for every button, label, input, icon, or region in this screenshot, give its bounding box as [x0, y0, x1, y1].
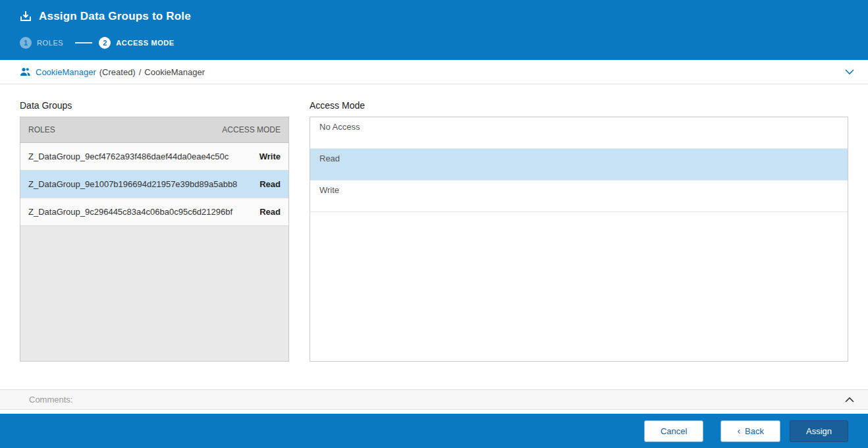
data-groups-section: Data Groups ROLES ACCESS MODE Z_DataGrou…: [20, 100, 289, 389]
data-group-name: Z_DataGroup_9ecf4762a93f486daef44da0eae4…: [28, 152, 229, 161]
chevron-down-icon[interactable]: [844, 69, 855, 75]
access-mode-option-label: No Access: [319, 122, 360, 132]
step-access-mode-number: 2: [99, 37, 111, 49]
step-access-mode-label: ACCESS MODE: [116, 39, 175, 47]
access-mode-list: No Access Read Write: [310, 117, 848, 362]
step-roles-label: ROLES: [37, 39, 63, 47]
assign-role-icon: [20, 11, 32, 22]
table-header: ROLES ACCESS MODE: [20, 117, 288, 143]
breadcrumb: CookieManager (Created) / CookieManager: [0, 60, 868, 84]
access-mode-section: Access Mode No Access Read Write: [310, 100, 848, 389]
step-access-mode: 2 ACCESS MODE: [99, 37, 175, 49]
step-roles[interactable]: 1 ROLES: [20, 37, 63, 49]
back-button[interactable]: ‹ Back: [720, 420, 780, 442]
back-arrow-icon: ‹: [737, 426, 740, 435]
data-groups-title: Data Groups: [20, 100, 289, 111]
chevron-up-icon[interactable]: [844, 397, 855, 403]
assign-button[interactable]: Assign: [790, 420, 848, 442]
back-button-label: Back: [745, 426, 764, 436]
data-group-access: Read: [259, 207, 281, 217]
assign-data-groups-dialog: Assign Data Groups to Role 1 ROLES 2 ACC…: [0, 0, 868, 448]
cancel-button[interactable]: Cancel: [644, 420, 703, 442]
column-header-access-mode: ACCESS MODE: [222, 125, 281, 134]
access-mode-option-read[interactable]: Read: [310, 149, 848, 181]
data-group-access: Write: [259, 152, 281, 161]
breadcrumb-role-link[interactable]: CookieManager: [36, 67, 96, 77]
access-mode-title: Access Mode: [310, 100, 848, 111]
step-connector-line: [75, 42, 92, 43]
step-roles-number: 1: [20, 37, 32, 49]
data-group-access: Read: [259, 179, 281, 189]
column-header-roles: ROLES: [28, 125, 55, 134]
breadcrumb-separator: /: [139, 67, 142, 77]
access-mode-option-label: Write: [319, 185, 339, 195]
page-title: Assign Data Groups to Role: [39, 10, 191, 23]
access-mode-option-no-access[interactable]: No Access: [310, 117, 848, 149]
breadcrumb-current: CookieManager: [144, 67, 205, 77]
header: Assign Data Groups to Role 1 ROLES 2 ACC…: [0, 0, 868, 60]
access-mode-option-write[interactable]: Write: [310, 181, 848, 212]
data-groups-table: ROLES ACCESS MODE Z_DataGroup_9ecf4762a9…: [20, 117, 289, 362]
breadcrumb-status: (Created): [99, 67, 136, 77]
main-content: Data Groups ROLES ACCESS MODE Z_DataGrou…: [0, 84, 868, 389]
access-mode-option-label: Read: [319, 154, 340, 163]
data-group-name: Z_DataGroup_9e1007b196694d21957e39bd89a5…: [28, 179, 237, 189]
table-row[interactable]: Z_DataGroup_9e1007b196694d21957e39bd89a5…: [20, 171, 288, 198]
comments-label: Comments:: [29, 395, 72, 405]
users-icon: [20, 67, 30, 76]
table-row[interactable]: Z_DataGroup_9c296445c83a4c06ba0c95c6d212…: [20, 198, 288, 226]
footer: Cancel ‹ Back Assign: [0, 414, 868, 448]
comments-bar[interactable]: Comments:: [0, 389, 868, 410]
step-indicator: 1 ROLES 2 ACCESS MODE: [20, 30, 848, 55]
data-group-name: Z_DataGroup_9c296445c83a4c06ba0c95c6d212…: [28, 207, 232, 217]
table-row[interactable]: Z_DataGroup_9ecf4762a93f486daef44da0eae4…: [20, 143, 288, 171]
